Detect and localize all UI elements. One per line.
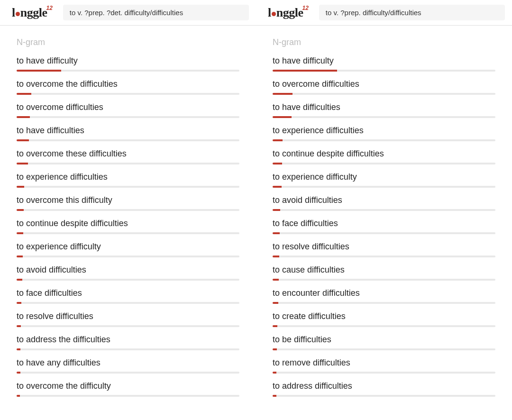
frequency-bar-fill bbox=[17, 325, 21, 327]
ngram-item[interactable]: to remove difficulties bbox=[273, 358, 495, 374]
frequency-bar-fill bbox=[17, 348, 20, 350]
frequency-bar bbox=[273, 163, 495, 164]
frequency-bar bbox=[273, 232, 495, 234]
frequency-bar bbox=[17, 256, 239, 257]
frequency-bar bbox=[273, 186, 495, 188]
frequency-bar bbox=[17, 116, 239, 118]
ngram-text: to experience difficulties bbox=[17, 172, 239, 182]
ngram-item[interactable]: to be difficulties bbox=[273, 335, 495, 350]
ngram-item[interactable]: to continue despite difficulties bbox=[273, 149, 495, 164]
frequency-bar-fill bbox=[17, 279, 22, 281]
ngram-text: to experience difficulty bbox=[17, 242, 239, 252]
ngram-text: to resolve difficulties bbox=[273, 242, 495, 252]
logo[interactable]: l nggle 12 bbox=[268, 6, 310, 20]
logo-superscript: 12 bbox=[46, 5, 52, 11]
frequency-bar bbox=[273, 395, 495, 397]
ngram-text: to continue despite difficulties bbox=[17, 219, 239, 228]
ngram-item[interactable]: to overcome difficulties bbox=[17, 102, 239, 118]
ngram-item[interactable]: to overcome difficulties bbox=[273, 79, 495, 95]
frequency-bar-fill bbox=[273, 116, 292, 118]
ngram-item[interactable]: to face difficulties bbox=[17, 288, 239, 304]
ngram-text: to create difficulties bbox=[273, 311, 495, 321]
right-content: N-gram to have difficultyto overcome dif… bbox=[256, 26, 512, 409]
frequency-bar-fill bbox=[17, 93, 31, 95]
ngram-text: to overcome these difficulties bbox=[17, 149, 239, 159]
ngram-text: to cause difficulties bbox=[273, 265, 495, 275]
frequency-bar bbox=[17, 163, 239, 164]
ngram-item[interactable]: to have difficulty bbox=[273, 56, 495, 72]
ngram-item[interactable]: to continue despite difficulties bbox=[17, 219, 239, 234]
ngram-text: to encounter difficulties bbox=[273, 288, 495, 298]
frequency-bar bbox=[17, 348, 239, 350]
ngram-item[interactable]: to address difficulties bbox=[273, 381, 495, 397]
frequency-bar bbox=[17, 302, 239, 304]
frequency-bar-fill bbox=[17, 372, 20, 374]
search-input-left[interactable] bbox=[63, 5, 249, 20]
frequency-bar-fill bbox=[17, 186, 24, 188]
frequency-bar-fill bbox=[17, 302, 21, 304]
ngram-item[interactable]: to address the difficulties bbox=[17, 335, 239, 350]
frequency-bar-fill bbox=[273, 70, 337, 72]
frequency-bar-fill bbox=[273, 302, 278, 304]
frequency-bar bbox=[17, 186, 239, 188]
left-header: l nggle 12 bbox=[0, 0, 256, 26]
ngram-text: to have difficulties bbox=[17, 126, 239, 136]
ngram-text: to overcome difficulties bbox=[273, 79, 495, 89]
ngram-item[interactable]: to create difficulties bbox=[273, 311, 495, 327]
frequency-bar bbox=[273, 348, 495, 350]
ngram-item[interactable]: to experience difficulties bbox=[273, 126, 495, 141]
logo-dot-icon bbox=[272, 12, 276, 16]
ngram-item[interactable]: to have difficulty bbox=[17, 56, 239, 72]
ngram-item[interactable]: to have any difficulties bbox=[17, 358, 239, 374]
ngram-text: to experience difficulties bbox=[273, 126, 495, 136]
ngram-text: to avoid difficulties bbox=[17, 265, 239, 275]
frequency-bar bbox=[273, 209, 495, 211]
search-input-right[interactable] bbox=[319, 5, 505, 20]
ngram-item[interactable]: to resolve difficulties bbox=[17, 311, 239, 327]
ngram-text: to overcome the difficulties bbox=[17, 79, 239, 89]
section-label-right: N-gram bbox=[273, 37, 495, 47]
frequency-bar-fill bbox=[273, 163, 282, 164]
frequency-bar-fill bbox=[273, 139, 283, 141]
ngram-item[interactable]: to avoid difficulties bbox=[273, 195, 495, 211]
ngram-text: to have difficulty bbox=[17, 56, 239, 66]
ngram-item[interactable]: to overcome these difficulties bbox=[17, 149, 239, 164]
ngram-item[interactable]: to experience difficulty bbox=[17, 242, 239, 257]
frequency-bar-fill bbox=[17, 70, 61, 72]
frequency-bar-fill bbox=[17, 116, 30, 118]
ngram-item[interactable]: to overcome the difficulty bbox=[17, 381, 239, 397]
frequency-bar bbox=[17, 139, 239, 141]
ngram-item[interactable]: to encounter difficulties bbox=[273, 288, 495, 304]
ngram-text: to address the difficulties bbox=[17, 335, 239, 345]
frequency-bar-fill bbox=[17, 395, 20, 397]
ngram-item[interactable]: to cause difficulties bbox=[273, 265, 495, 281]
logo-superscript: 12 bbox=[302, 5, 308, 11]
ngram-list-right: to have difficultyto overcome difficulti… bbox=[273, 56, 495, 397]
ngram-item[interactable]: to experience difficulties bbox=[17, 172, 239, 188]
logo[interactable]: l nggle 12 bbox=[12, 6, 54, 20]
ngram-text: to face difficulties bbox=[17, 288, 239, 298]
logo-dot-icon bbox=[16, 12, 20, 16]
frequency-bar bbox=[273, 93, 495, 95]
ngram-item[interactable]: to have difficulties bbox=[273, 102, 495, 118]
frequency-bar bbox=[273, 325, 495, 327]
ngram-item[interactable]: to experience difficulty bbox=[273, 172, 495, 188]
ngram-text: to continue despite difficulties bbox=[273, 149, 495, 159]
frequency-bar-fill bbox=[273, 395, 276, 397]
ngram-item[interactable]: to overcome the difficulties bbox=[17, 79, 239, 95]
frequency-bar bbox=[17, 395, 239, 397]
ngram-item[interactable]: to have difficulties bbox=[17, 126, 239, 141]
ngram-item[interactable]: to resolve difficulties bbox=[273, 242, 495, 257]
ngram-item[interactable]: to overcome this difficulty bbox=[17, 195, 239, 211]
ngram-text: to overcome the difficulty bbox=[17, 381, 239, 391]
frequency-bar-fill bbox=[273, 325, 277, 327]
ngram-item[interactable]: to avoid difficulties bbox=[17, 265, 239, 281]
frequency-bar-fill bbox=[273, 279, 279, 281]
app-container: l nggle 12 N-gram to have difficultyto o… bbox=[0, 0, 512, 409]
left-content: N-gram to have difficultyto overcome the… bbox=[0, 26, 256, 409]
frequency-bar-fill bbox=[17, 232, 23, 234]
ngram-item[interactable]: to face difficulties bbox=[273, 219, 495, 234]
frequency-bar bbox=[273, 279, 495, 281]
logo-text-left: l bbox=[268, 6, 271, 20]
ngram-text: to have difficulties bbox=[273, 102, 495, 112]
